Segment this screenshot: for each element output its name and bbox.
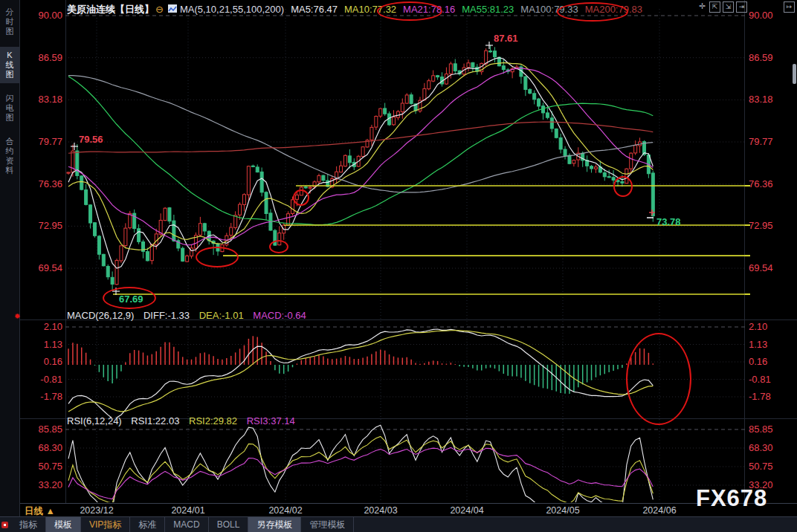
ma100-line xyxy=(68,76,653,192)
svg-text:2024/05: 2024/05 xyxy=(546,505,579,516)
collapse-icon[interactable]: ↦ xyxy=(784,1,795,13)
toolbar-tab-2[interactable]: VIP指标 xyxy=(81,517,130,532)
svg-text:72.95: 72.95 xyxy=(38,220,62,231)
svg-text:83.18: 83.18 xyxy=(38,94,62,105)
sidebar: 分时图K线图闪电图合约资料 xyxy=(0,0,20,516)
rsi-legend: RSI(6,12,24) RSI1:22.03 RSI2:29.82 RSI3:… xyxy=(67,415,302,426)
macd-diff-value: DIFF:-1.33 xyxy=(143,310,190,321)
svg-text:1.13: 1.13 xyxy=(749,339,767,350)
ma-legend-items: MA5:76.47MA10:77.32MA21:78.16MA55:81.23M… xyxy=(291,4,649,15)
price-chart-canvas[interactable]: 2023/122024/012024/022024/032024/042024/… xyxy=(0,0,797,532)
svg-text:2024/01: 2024/01 xyxy=(171,505,204,516)
dea-line xyxy=(68,331,653,412)
svg-text:76.36: 76.36 xyxy=(749,178,773,189)
scrollbar-thumb[interactable] xyxy=(793,64,796,84)
svg-text:85.85: 85.85 xyxy=(38,424,62,435)
svg-text:69.54: 69.54 xyxy=(38,262,62,273)
svg-text:72.95: 72.95 xyxy=(749,220,773,231)
sidebar-tab-1[interactable]: K线图 xyxy=(0,47,19,83)
macd-legend: MACD(26,12,9) DIFF:-1.33 DEA:-1.01 MACD:… xyxy=(67,310,313,321)
watermark: FX678 xyxy=(696,485,767,512)
ma-legend-item-3: MA55:81.23 xyxy=(462,4,514,15)
snapshot-icon[interactable]: ⇥ xyxy=(736,1,747,13)
svg-text:67.69: 67.69 xyxy=(119,293,143,305)
period-tag: 【日线】 xyxy=(115,4,154,15)
svg-text:-0.81: -0.81 xyxy=(749,374,771,385)
chart-toolbar-icons: ✛⇱⇲⇥ xyxy=(697,1,747,13)
svg-text:2023/12: 2023/12 xyxy=(80,505,113,516)
svg-text:-0.81: -0.81 xyxy=(40,374,62,385)
toolbar-tab-5[interactable]: BOLL xyxy=(209,517,249,532)
period-label: 日线 xyxy=(25,506,43,516)
rsi3-line xyxy=(68,447,653,499)
svg-text:79.77: 79.77 xyxy=(38,136,62,147)
toolbar-tab-3[interactable]: 标准 xyxy=(130,517,165,532)
svg-text:1.13: 1.13 xyxy=(44,339,62,350)
sidebar-tab-char: 时 xyxy=(0,17,19,27)
svg-text:90.00: 90.00 xyxy=(38,10,62,21)
svg-text:86.59: 86.59 xyxy=(38,52,62,63)
sidebar-tab-char: 线 xyxy=(0,60,19,70)
macd-title: MACD(26,12,9) xyxy=(67,310,134,321)
toolbar-tab-0[interactable]: 指标 xyxy=(11,517,46,532)
svg-text:83.18: 83.18 xyxy=(749,94,773,105)
svg-text:68.30: 68.30 xyxy=(38,442,62,453)
sidebar-tab-char: 资 xyxy=(0,156,19,166)
ma-legend-item-2: MA21:78.16 xyxy=(403,4,455,15)
svg-text:86.59: 86.59 xyxy=(749,52,773,63)
svg-text:87.61: 87.61 xyxy=(494,33,518,44)
toolbar-tab-6[interactable]: 另存模板 xyxy=(248,517,301,532)
toolbar-tab-1[interactable]: 模板 xyxy=(46,517,81,532)
axis-ticks: 90.0090.0086.5986.5983.1883.1879.7779.77… xyxy=(38,10,772,273)
svg-text:79.77: 79.77 xyxy=(749,136,773,147)
toolbar-tab-4[interactable]: MACD xyxy=(165,517,208,532)
sidebar-tab-char: 分 xyxy=(0,7,19,17)
svg-text:0.16: 0.16 xyxy=(749,356,767,367)
svg-text:2024/06: 2024/06 xyxy=(642,505,676,516)
sidebar-tab-char: 料 xyxy=(0,166,19,175)
rsi-title: RSI(6,12,24) xyxy=(67,415,122,426)
rsi2-value: RSI2:29.82 xyxy=(189,415,237,426)
sidebar-tab-char: 图 xyxy=(0,70,19,80)
month-grid: 2023/122024/012024/022024/032024/042024/… xyxy=(80,9,676,516)
sidebar-tab-0[interactable]: 分时图 xyxy=(0,4,19,40)
sidebar-tab-char: 约 xyxy=(0,146,19,156)
svg-text:2.10: 2.10 xyxy=(749,321,767,332)
sidebar-tab-char: 电 xyxy=(0,103,19,113)
svg-text:2024/02: 2024/02 xyxy=(268,505,302,516)
pane-resize-icon[interactable]: ✹ xyxy=(14,312,20,320)
collapse-pane-icon[interactable]: ⊖ xyxy=(155,4,164,15)
sidebar-tab-3[interactable]: 合约资料 xyxy=(0,133,19,179)
corner-icon-wrap: ↦ xyxy=(784,1,795,13)
sidebar-tab-char: 图 xyxy=(0,27,19,36)
sidebar-tab-char: 合 xyxy=(0,137,19,146)
macd-value: MACD:-0.64 xyxy=(253,310,306,321)
svg-text:79.56: 79.56 xyxy=(79,134,103,145)
svg-text:-1.78: -1.78 xyxy=(749,391,771,402)
move-icon[interactable]: ✛ xyxy=(697,1,707,11)
pan-axis-icon[interactable]: ⇲ xyxy=(723,1,734,13)
svg-text:69.54: 69.54 xyxy=(749,262,773,273)
svg-text:50.75: 50.75 xyxy=(749,461,773,472)
svg-text:2024/03: 2024/03 xyxy=(364,505,397,516)
svg-text:2024/04: 2024/04 xyxy=(450,505,483,516)
sidebar-tab-char: 图 xyxy=(0,113,19,123)
svg-text:90.00: 90.00 xyxy=(749,10,773,21)
sidebar-tab-char: K xyxy=(0,51,19,60)
axis-ticks: 2.102.101.131.130.160.16-0.81-0.81-1.78-… xyxy=(40,321,770,402)
record-icon[interactable] xyxy=(1,522,8,528)
rsi3-value: RSI3:37.14 xyxy=(247,415,295,426)
sidebar-tab-2[interactable]: 闪电图 xyxy=(0,90,19,126)
ma-legend-item-0: MA5:76.47 xyxy=(291,4,338,15)
svg-text:50.75: 50.75 xyxy=(38,461,62,472)
macd-dea-value: DEA:-1.01 xyxy=(199,310,244,321)
toolbar-tab-7[interactable]: 管理模板 xyxy=(301,517,354,532)
svg-text:76.36: 76.36 xyxy=(38,178,62,189)
ma-settings-label: MA(5,10,21,55,100,200) xyxy=(180,4,284,15)
page-title: 美原油连续 xyxy=(67,4,115,15)
zoom-axis-icon[interactable]: ⇱ xyxy=(709,1,720,13)
chart-type-icon[interactable] xyxy=(168,4,177,13)
ma-legend-item-5: MA200:79.83 xyxy=(585,4,642,15)
main-legend: 美原油连续【日线】⊖MA(5,10,21,55,100,200)MA5:76.4… xyxy=(67,3,649,16)
svg-text:0.16: 0.16 xyxy=(44,356,62,367)
